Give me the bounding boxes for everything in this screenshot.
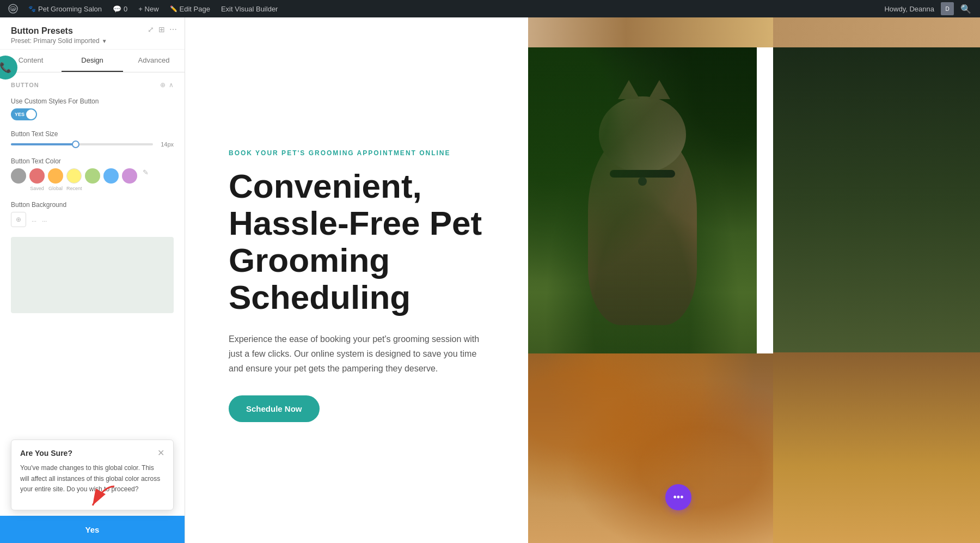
admin-bar-edit-page[interactable]: ✏️ Edit Page bbox=[166, 0, 215, 17]
floating-purple-button[interactable]: ••• bbox=[665, 484, 691, 510]
section-title: Button bbox=[11, 82, 39, 88]
admin-bar-exit-builder[interactable]: Exit Visual Builder bbox=[217, 0, 283, 17]
admin-bar: W 🐾 Pet Grooming Salon 💬 0 + New ✏️ Edit… bbox=[0, 0, 980, 17]
slider-thumb[interactable] bbox=[72, 141, 79, 148]
swatch-label-global: Global bbox=[48, 186, 63, 191]
cat-ear-right bbox=[648, 80, 670, 99]
custom-styles-toggle[interactable]: YES bbox=[11, 108, 37, 120]
far-right-nature bbox=[773, 47, 980, 352]
swatch-label-recent: Recent bbox=[66, 186, 82, 191]
text-color-label: Button Text Color bbox=[11, 157, 174, 165]
cat-figure bbox=[561, 64, 724, 325]
bg-sublabel2: ... bbox=[42, 216, 47, 223]
color-swatch-red[interactable] bbox=[29, 168, 45, 184]
panel-tabs: Content Design Advanced bbox=[0, 50, 185, 72]
far-right-panel bbox=[773, 17, 980, 543]
cat-head bbox=[599, 96, 686, 173]
section-header: Button ⊕ ∧ bbox=[11, 81, 174, 89]
wp-logo-icon[interactable]: W bbox=[4, 0, 22, 17]
far-right-autumn bbox=[773, 352, 980, 543]
admin-bar-comments[interactable]: 💬 0 bbox=[108, 0, 132, 17]
search-icon[interactable]: 🔍 bbox=[956, 4, 976, 14]
color-swatch-orange[interactable] bbox=[48, 168, 63, 184]
cat-collar bbox=[610, 170, 675, 178]
pencil-icon[interactable]: ✎ bbox=[143, 168, 149, 184]
fullscreen-icon[interactable]: ⤢ bbox=[148, 25, 154, 34]
cat-ear-left bbox=[618, 80, 640, 99]
cat-image bbox=[528, 47, 757, 353]
yes-button[interactable]: Yes bbox=[0, 516, 185, 543]
custom-styles-field: Use Custom Styles For Button YES bbox=[11, 97, 174, 120]
confirm-modal: Are You Sure? ✕ You've made changes to t… bbox=[11, 440, 174, 510]
user-avatar[interactable]: D bbox=[941, 2, 954, 15]
confirm-modal-title: Are You Sure? bbox=[20, 449, 72, 457]
toggle-knob bbox=[26, 109, 36, 119]
panel-header-icons: ⤢ ⊞ ⋯ bbox=[148, 25, 177, 34]
text-size-slider-track[interactable] bbox=[11, 143, 153, 145]
panel-subtitle[interactable]: Preset: Primary Solid imported ▼ bbox=[11, 37, 174, 45]
cat-collar-tag bbox=[638, 177, 647, 186]
admin-bar-howdy: Howdy, Deanna bbox=[880, 0, 939, 17]
tab-design[interactable]: Design bbox=[62, 50, 123, 72]
page-eyebrow: BOOK YOUR PET'S GROOMING APPOINTMENT ONL… bbox=[229, 149, 495, 157]
custom-styles-label: Use Custom Styles For Button bbox=[11, 97, 174, 105]
swatch-labels: Saved Global Recent bbox=[11, 186, 174, 191]
panel-header: Button Presets Preset: Primary Solid imp… bbox=[0, 17, 185, 50]
color-swatch-blue[interactable] bbox=[103, 168, 119, 184]
page-heading: Convenient, Hassle-Free Pet Grooming Sch… bbox=[229, 168, 495, 316]
text-size-value: 14px bbox=[157, 141, 174, 148]
confirm-modal-body: You've made changes to this global color… bbox=[20, 463, 164, 495]
text-size-field: Button Text Size 14px bbox=[11, 130, 174, 148]
bg-sublabel: ... bbox=[32, 216, 36, 223]
swatch-label-saved: Saved bbox=[29, 186, 45, 191]
page-body: Experience the ease of booking your pet'… bbox=[229, 332, 490, 376]
preview-box bbox=[11, 237, 174, 313]
custom-styles-toggle-row: YES bbox=[11, 108, 174, 120]
confirm-modal-close-button[interactable]: ✕ bbox=[157, 449, 164, 457]
confirm-modal-header: Are You Sure? ✕ bbox=[20, 449, 164, 457]
slider-fill bbox=[11, 143, 75, 145]
text-color-field: Button Text Color ✎ Saved Global Recent bbox=[11, 157, 174, 191]
color-swatch-purple[interactable] bbox=[122, 168, 137, 184]
page-image-section bbox=[528, 17, 773, 543]
schedule-now-button[interactable]: Schedule Now bbox=[229, 395, 320, 422]
left-panel: 📞 Button Presets Preset: Primary Solid i… bbox=[0, 17, 185, 543]
main-content: BOOK YOUR PET'S GROOMING APPOINTMENT ONL… bbox=[185, 17, 980, 543]
ellipsis-icon: ••• bbox=[673, 492, 684, 503]
color-swatches: ✎ bbox=[11, 168, 174, 184]
toggle-yes-label: YES bbox=[12, 112, 26, 117]
section-controls: ⊕ ∧ bbox=[160, 81, 174, 89]
autumn-leaves bbox=[528, 353, 773, 543]
admin-bar-right: Howdy, Deanna D 🔍 bbox=[880, 0, 976, 17]
bg-field: Button Background ⊕ ... ... bbox=[11, 201, 174, 227]
text-size-slider-row: 14px bbox=[11, 141, 174, 148]
color-swatch-yellow[interactable] bbox=[66, 168, 82, 184]
autumn-background bbox=[528, 353, 773, 543]
chevron-down-icon: ▼ bbox=[102, 38, 107, 44]
text-size-label: Button Text Size bbox=[11, 130, 174, 138]
svg-text:W: W bbox=[11, 7, 16, 12]
bg-preview-row: ⊕ ... ... bbox=[11, 212, 174, 227]
columns-icon[interactable]: ⊞ bbox=[158, 25, 165, 34]
section-add-icon[interactable]: ⊕ bbox=[160, 81, 166, 89]
page-content: BOOK YOUR PET'S GROOMING APPOINTMENT ONL… bbox=[185, 17, 980, 543]
color-swatch-green[interactable] bbox=[85, 168, 100, 184]
more-icon[interactable]: ⋯ bbox=[169, 25, 177, 34]
tab-advanced[interactable]: Advanced bbox=[123, 50, 185, 72]
far-right-top-strip bbox=[773, 17, 980, 47]
top-image-strip bbox=[528, 17, 773, 47]
admin-bar-site[interactable]: 🐾 Pet Grooming Salon bbox=[24, 0, 106, 17]
page-text-section: BOOK YOUR PET'S GROOMING APPOINTMENT ONL… bbox=[185, 17, 528, 543]
color-swatch-gray[interactable] bbox=[11, 168, 26, 184]
bg-label: Button Background bbox=[11, 201, 174, 209]
admin-bar-new[interactable]: + New bbox=[134, 0, 163, 17]
bg-icon[interactable]: ⊕ bbox=[11, 212, 26, 227]
section-collapse-icon[interactable]: ∧ bbox=[169, 81, 174, 89]
